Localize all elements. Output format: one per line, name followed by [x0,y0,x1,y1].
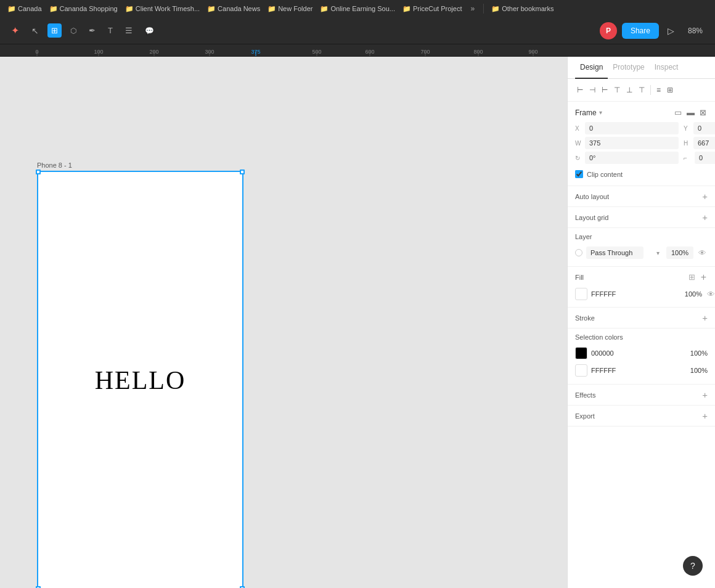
bookmark-item[interactable]: 📁 Client Work Timesh... [123,4,202,14]
y-input[interactable] [693,122,715,134]
frame-label: Phone 8 - 1 [37,161,72,169]
help-button[interactable]: ? [683,556,703,576]
x-input[interactable] [585,122,679,134]
rotation-input[interactable] [585,152,679,164]
align-center-v-button[interactable]: ⊥ [624,84,634,96]
stroke-section[interactable]: Stroke + [568,308,715,329]
align-divider [650,85,651,95]
effects-section[interactable]: Effects + [568,385,715,406]
w-label: W [575,140,582,147]
resize-handle-tr[interactable] [240,169,245,174]
export-add-icon: + [702,410,708,421]
layer-visibility-button[interactable]: 👁 [697,247,708,259]
share-button[interactable]: Share [622,23,659,39]
present-button[interactable]: ▷ [664,23,678,38]
ruler-tick-200 [154,51,155,56]
bookmark-item[interactable]: 📁 New Folder [265,4,315,14]
other-bookmarks[interactable]: 📁 Other bookmarks [489,4,556,14]
tidy-up-button[interactable]: ⊞ [665,84,675,96]
frame-icon-group: ▭ ▬ ⊠ [673,107,708,118]
bookmarks-divider [483,4,484,14]
align-bottom-button[interactable]: ⊤ [637,84,647,96]
bookmark-item[interactable]: 📁 Canada [5,4,44,14]
fill-visibility-button[interactable]: 👁 [706,288,715,300]
w-input[interactable] [585,137,679,149]
fill-opacity-input[interactable] [680,290,702,298]
bookmark-item[interactable]: 📁 Online Earning Sou... [317,4,398,14]
h-input[interactable] [693,137,715,149]
frame-portrait-button[interactable]: ▭ [673,107,683,118]
fill-add-button[interactable]: + [700,272,708,282]
opacity-input[interactable] [666,247,693,259]
frame-resize-button[interactable]: ⊠ [698,107,708,118]
bookmark-item[interactable]: 📁 Canada News [205,4,263,14]
shape-tool-button[interactable]: ⬡ [67,24,80,38]
sel-color-white: FFFFFF 100% [575,362,708,379]
ruler-tick-500 [317,51,317,56]
fill-hex-input[interactable] [591,290,676,298]
x-label: X [575,125,582,132]
frame-tool-button[interactable]: ⊞ [47,23,62,38]
layout-grid-section[interactable]: Layout grid + [568,207,715,228]
layer-row: Pass Through Normal Darken Multiply Ligh… [575,244,708,261]
export-section[interactable]: Export + [568,406,715,427]
main-area: Phone 8 - 1 HELLO 375 × 667 Design Proto… [0,57,715,588]
tab-inspect[interactable]: Inspect [650,57,684,79]
figma-menu-button[interactable]: ✦ [7,22,23,39]
rotation-label: ↻ [575,155,582,161]
ruler-tick-0 [37,51,38,56]
export-title: Export [575,412,595,420]
layout-grid-title: Layout grid [575,214,608,221]
align-right-button[interactable]: ⊢ [600,84,610,96]
layout-grid-add-icon: + [702,212,708,223]
y-label: Y [684,125,691,132]
frame-landscape-button[interactable]: ▬ [685,107,696,118]
tab-design[interactable]: Design [575,57,608,79]
canvas-inner: Phone 8 - 1 HELLO 375 × 667 [0,57,567,588]
canvas[interactable]: Phone 8 - 1 HELLO 375 × 667 [0,57,567,588]
w-coord-item: W [575,137,679,149]
fill-item-row: 👁 − [575,286,708,302]
toolbar-left: ✦ ↖ ⊞ ⬡ ✒ T ☰ 💬 [7,22,355,39]
rotation-coord-item: ↻ [575,152,679,164]
bookmark-item[interactable]: 📁 PriceCut Project [400,4,464,14]
align-center-h-button[interactable]: ⊣ [587,84,597,96]
fill-section-header: Fill ⊞ + [575,272,708,282]
move-tool-button[interactable]: ↖ [28,23,43,38]
text-tool-button[interactable]: T [104,23,116,38]
right-panel: Design Prototype Inspect ⊢ ⊣ ⊢ ⊤ ⊥ ⊤ ≡ ⊞… [567,57,715,588]
distribute-h-button[interactable]: ≡ [655,84,663,96]
clip-content-checkbox[interactable] [575,170,583,178]
auto-layout-add-icon: + [702,191,708,202]
align-top-button[interactable]: ⊤ [612,84,622,96]
ruler: 0 100 200 300 375 500 600 700 800 900 [0,44,715,57]
sel-opacity-black: 100% [685,349,708,357]
sel-swatch-white[interactable] [575,364,587,377]
effects-title: Effects [575,391,595,399]
auto-layout-section[interactable]: Auto layout + [568,186,715,207]
frame-title-button[interactable]: Frame ▾ [575,108,602,117]
bookmarks-more-button[interactable]: » [467,3,478,14]
frame-section: Frame ▾ ▭ ▬ ⊠ X Y W [568,102,715,186]
blend-mode-select[interactable]: Pass Through Normal Darken Multiply Ligh… [586,247,644,259]
corner-input[interactable] [695,152,715,164]
sel-swatch-black[interactable] [575,347,587,359]
hand-tool-button[interactable]: ☰ [121,23,136,38]
corner-label: ⌐ [684,155,692,161]
fill-color-swatch[interactable] [575,288,587,300]
comment-tool-button[interactable]: 💬 [141,24,158,38]
fill-controls: ⊞ + [687,272,708,282]
user-avatar-button[interactable]: P [600,22,617,39]
ruler-tick-300 [210,51,210,56]
resize-handle-tl[interactable] [36,169,41,174]
panel-tabs: Design Prototype Inspect [568,57,715,79]
zoom-level-button[interactable]: 88% [683,24,708,38]
tab-prototype[interactable]: Prototype [608,57,649,79]
ruler-tick-375 [256,51,256,56]
pen-tool-button[interactable]: ✒ [85,23,99,38]
fill-grid-button[interactable]: ⊞ [687,272,697,282]
phone-frame[interactable]: HELLO 375 × 667 [37,171,243,588]
bookmark-item[interactable]: 📁 Cananda Shopping [47,4,120,14]
align-left-button[interactable]: ⊢ [575,84,585,96]
alignment-row: ⊢ ⊣ ⊢ ⊤ ⊥ ⊤ ≡ ⊞ [568,79,715,102]
